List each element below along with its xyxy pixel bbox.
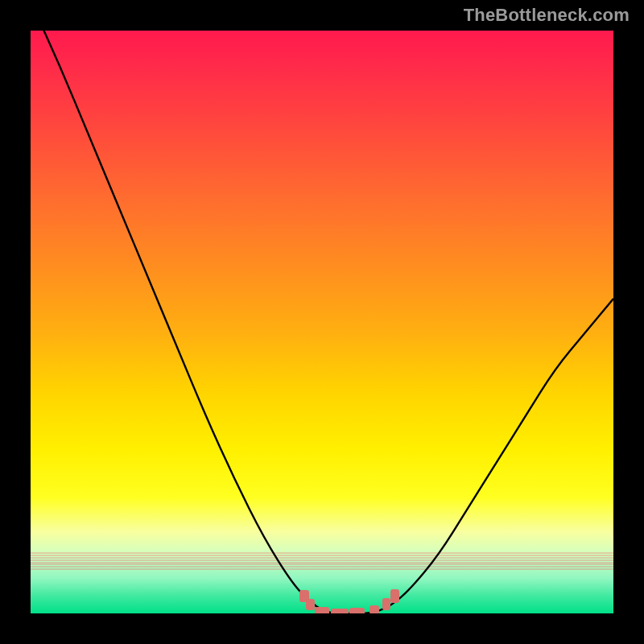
curve-marker [306, 599, 314, 610]
bottleneck-curve [31, 31, 613, 613]
chart-frame: TheBottleneck.com [0, 0, 644, 644]
curve-marker [315, 607, 330, 613]
curve-path [31, 31, 613, 613]
watermark-text: TheBottleneck.com [464, 5, 630, 26]
curve-marker [369, 605, 379, 613]
curve-marker [331, 609, 349, 613]
plot-area [31, 31, 613, 613]
curve-marker [349, 608, 365, 613]
curve-marker [390, 589, 398, 603]
curve-marker [382, 598, 390, 609]
